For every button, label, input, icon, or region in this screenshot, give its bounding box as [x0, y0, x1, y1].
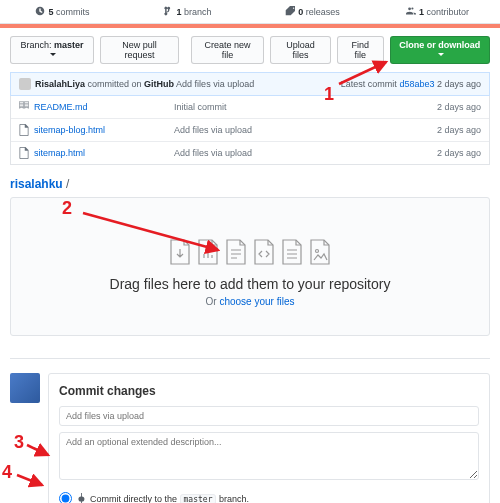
commit-direct-option[interactable]: Commit directly to the master branch.: [59, 492, 479, 503]
tag-icon: [285, 6, 295, 16]
file-code-icon: [253, 238, 275, 266]
file-row[interactable]: sitemap.html Add files via upload 2 days…: [11, 141, 489, 164]
commit-options: Commit directly to the master branch. Cr…: [59, 492, 479, 503]
divider: [10, 358, 490, 359]
file-time: 2 days ago: [437, 125, 481, 135]
file-icon: [19, 124, 29, 136]
stat-releases[interactable]: 0 releases: [250, 6, 375, 17]
commit-form: Commit changes Commit directly to the ma…: [48, 373, 490, 503]
file-name[interactable]: sitemap-blog.html: [34, 125, 174, 135]
branch-select-button[interactable]: Branch: master: [10, 36, 94, 64]
file-chart-down-icon: [169, 238, 191, 266]
book-icon: [19, 101, 29, 113]
file-row[interactable]: README.md Initial commit 2 days ago: [11, 96, 489, 118]
file-name[interactable]: sitemap.html: [34, 148, 174, 158]
commit-description-input[interactable]: [59, 432, 479, 480]
repo-link[interactable]: risalahku: [10, 177, 63, 191]
commit-summary-input[interactable]: [59, 406, 479, 426]
commit-author[interactable]: RisalahLiya: [35, 79, 85, 89]
file-image-icon: [309, 238, 331, 266]
commit-icon: [76, 493, 86, 504]
latest-commit-bar: RisalahLiya committed on GitHub Add file…: [10, 72, 490, 96]
commit-message[interactable]: Add files via upload: [176, 79, 254, 89]
find-file-button[interactable]: Find file: [337, 36, 384, 64]
file-commit-msg[interactable]: Initial commit: [174, 102, 437, 112]
people-icon: [406, 6, 416, 16]
commit-heading: Commit changes: [59, 384, 479, 398]
commit-sha[interactable]: d58abe3: [399, 79, 434, 89]
file-time: 2 days ago: [437, 148, 481, 158]
file-dropzone[interactable]: Drag files here to add them to your repo…: [10, 197, 490, 336]
upload-files-button[interactable]: Upload files: [270, 36, 331, 64]
file-lines-icon: [281, 238, 303, 266]
new-pull-request-button[interactable]: New pull request: [100, 36, 179, 64]
user-avatar: [10, 373, 40, 403]
file-commit-msg[interactable]: Add files via upload: [174, 148, 437, 158]
file-icon: [19, 147, 29, 159]
create-file-button[interactable]: Create new file: [191, 36, 264, 64]
stat-branches[interactable]: 1 branch: [125, 6, 250, 17]
repo-stats-bar: 5 commits 1 branch 0 releases 1 contribu…: [0, 0, 500, 24]
commit-section: Commit changes Commit directly to the ma…: [10, 373, 490, 503]
svg-point-1: [316, 250, 319, 253]
choose-files-link[interactable]: choose your files: [219, 296, 294, 307]
dropzone-subtitle: Or choose your files: [21, 296, 479, 307]
svg-rect-0: [19, 78, 31, 90]
stat-commits[interactable]: 5 commits: [0, 6, 125, 17]
history-icon: [35, 6, 45, 16]
stat-contributors[interactable]: 1 contributor: [375, 6, 500, 17]
repo-toolbar: Branch: master New pull request Create n…: [0, 28, 500, 72]
file-list: README.md Initial commit 2 days ago site…: [10, 96, 490, 165]
file-bars-icon: [197, 238, 219, 266]
file-commit-msg[interactable]: Add files via upload: [174, 125, 437, 135]
avatar-icon: [19, 78, 31, 90]
file-row[interactable]: sitemap-blog.html Add files via upload 2…: [11, 118, 489, 141]
dropzone-title: Drag files here to add them to your repo…: [21, 276, 479, 292]
commit-direct-radio[interactable]: [59, 492, 72, 503]
clone-download-button[interactable]: Clone or download: [390, 36, 490, 64]
file-text-icon: [225, 238, 247, 266]
breadcrumb: risalahku /: [10, 177, 490, 191]
dropzone-icons: [21, 238, 479, 266]
file-time: 2 days ago: [437, 102, 481, 112]
file-name[interactable]: README.md: [34, 102, 174, 112]
branch-icon: [163, 6, 173, 16]
